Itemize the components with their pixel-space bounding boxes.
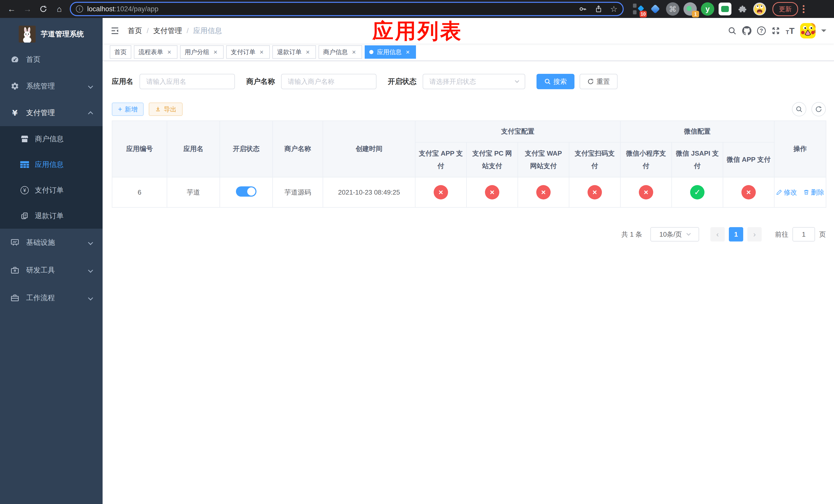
app-logo: 芋道管理系统 bbox=[0, 18, 103, 46]
fullscreen-icon[interactable] bbox=[771, 26, 780, 35]
tab-merchant-info[interactable]: 商户信息× bbox=[319, 45, 362, 59]
cell-wechat-jsapi-status: ✓ bbox=[672, 177, 723, 207]
close-icon[interactable]: × bbox=[304, 49, 311, 55]
document-copy-icon bbox=[20, 212, 29, 220]
close-icon[interactable]: × bbox=[212, 49, 219, 55]
merchant-name-label: 商户名称 bbox=[246, 77, 275, 86]
tab-app-info[interactable]: 应用信息× bbox=[365, 45, 416, 59]
toolbox-icon bbox=[10, 266, 20, 275]
breadcrumb-home[interactable]: 首页 bbox=[128, 26, 142, 36]
help-icon[interactable]: ? bbox=[757, 26, 766, 35]
password-key-icon[interactable] bbox=[579, 5, 587, 13]
avatar[interactable] bbox=[800, 23, 815, 39]
goto-page-input[interactable] bbox=[792, 227, 815, 242]
close-icon[interactable]: × bbox=[166, 49, 173, 55]
profile-emoji-icon[interactable] bbox=[753, 2, 766, 16]
merchant-name-input[interactable] bbox=[281, 74, 376, 89]
sidebar-item-app-info[interactable]: 应用信息 bbox=[0, 152, 103, 177]
app-name-input[interactable] bbox=[139, 74, 235, 89]
cell-alipay-qr-status: × bbox=[569, 177, 620, 207]
bookmark-star-icon[interactable]: ☆ bbox=[610, 5, 618, 13]
tab-home[interactable]: 首页 bbox=[110, 45, 131, 59]
site-info-icon[interactable]: i bbox=[76, 5, 83, 13]
page-size-select[interactable]: 10条/页 bbox=[650, 227, 699, 242]
cell-merchant: 芋道源码 bbox=[272, 177, 323, 207]
close-icon[interactable]: × bbox=[350, 49, 357, 55]
back-icon[interactable]: ← bbox=[4, 2, 19, 17]
sidebar: 芋道管理系统 首页 系统管理 ¥ 支付管理 bbox=[0, 18, 103, 504]
breadcrumb-payment[interactable]: 支付管理 bbox=[153, 26, 182, 36]
extension-command-icon[interactable]: ⌘ bbox=[666, 2, 680, 16]
extensions-puzzle-icon[interactable] bbox=[736, 2, 749, 16]
sidebar-item-payment[interactable]: ¥ 支付管理 bbox=[0, 99, 103, 126]
sidebar-item-system[interactable]: 系统管理 bbox=[0, 73, 103, 99]
trash-icon bbox=[803, 189, 809, 196]
search-button[interactable]: 搜索 bbox=[536, 74, 574, 89]
page-1-button[interactable]: 1 bbox=[729, 227, 743, 242]
extension-record-icon[interactable]: 1 bbox=[683, 2, 697, 16]
cell-actions: 修改 删除 bbox=[774, 177, 826, 207]
forward-icon[interactable]: → bbox=[20, 2, 35, 17]
font-size-icon[interactable]: TT bbox=[786, 26, 794, 35]
sidebar-item-home[interactable]: 首页 bbox=[0, 46, 103, 73]
tab-refund-orders[interactable]: 退款订单× bbox=[272, 45, 316, 59]
status-label: 开启状态 bbox=[388, 77, 416, 86]
extension-badge: 10 bbox=[640, 11, 647, 18]
close-icon[interactable]: × bbox=[258, 49, 265, 55]
sidebar-item-workflow[interactable]: 工作流程 bbox=[0, 284, 103, 312]
breadcrumb-current: 应用信息 bbox=[193, 26, 222, 36]
tab-process-form[interactable]: 流程表单× bbox=[134, 45, 177, 59]
cell-alipay-wap-status: × bbox=[518, 177, 569, 207]
tab-pay-orders[interactable]: 支付订单× bbox=[226, 45, 270, 59]
breadcrumb: 首页 / 支付管理 / 应用信息 bbox=[128, 26, 222, 36]
caret-down-icon[interactable] bbox=[821, 29, 826, 35]
extension-diamond-icon[interactable]: 10 bbox=[631, 2, 645, 16]
sidebar-item-merchant-info[interactable]: 商户信息 bbox=[0, 126, 103, 152]
edit-link[interactable]: 修改 bbox=[776, 188, 797, 197]
sidebar-item-infrastructure[interactable]: 基础设施 bbox=[0, 229, 103, 256]
cell-alipay-app-status: × bbox=[415, 177, 466, 207]
sidebar-fold-icon[interactable] bbox=[110, 27, 119, 35]
delete-link[interactable]: 删除 bbox=[803, 188, 824, 197]
header-search-icon[interactable] bbox=[728, 26, 737, 35]
extension-y-icon[interactable]: y bbox=[701, 2, 715, 16]
next-page-button[interactable]: › bbox=[747, 227, 762, 242]
status-select[interactable]: 请选择开启状态 bbox=[423, 74, 525, 89]
table-toolbar: + 新增 导出 bbox=[112, 102, 826, 116]
github-icon[interactable] bbox=[742, 26, 751, 36]
tab-user-group[interactable]: 用户分组× bbox=[180, 45, 224, 59]
sidebar-item-dev-tools[interactable]: 研发工具 bbox=[0, 256, 103, 284]
reset-button[interactable]: 重置 bbox=[579, 74, 618, 89]
chevron-up-icon bbox=[88, 111, 93, 116]
prev-page-button[interactable]: ‹ bbox=[710, 227, 725, 242]
sidebar-item-pay-orders[interactable]: ¥ 支付订单 bbox=[0, 177, 103, 203]
close-icon[interactable]: × bbox=[404, 49, 411, 55]
share-icon[interactable] bbox=[595, 5, 602, 13]
sidebar-item-refund-orders[interactable]: 退款订单 bbox=[0, 203, 103, 229]
col-status: 开启状态 bbox=[220, 121, 272, 177]
status-toggle[interactable] bbox=[236, 186, 257, 197]
home-icon[interactable]: ⌂ bbox=[52, 2, 67, 17]
extension-gem-icon[interactable] bbox=[648, 2, 662, 16]
toggle-search-button[interactable] bbox=[792, 102, 806, 116]
col-merchant: 商户名称 bbox=[272, 121, 323, 177]
col-group-wechat: 微信配置 bbox=[620, 121, 774, 142]
export-button[interactable]: 导出 bbox=[149, 102, 182, 116]
refresh-button[interactable] bbox=[811, 102, 826, 116]
extensions-row: 10 ⌘ 1 y bbox=[631, 2, 766, 16]
pagination-total: 共 1 条 bbox=[621, 230, 642, 239]
dashboard-icon bbox=[10, 55, 20, 64]
browser-update-button[interactable]: 更新 bbox=[772, 2, 798, 16]
add-button[interactable]: + 新增 bbox=[112, 102, 144, 116]
cell-app-name: 芋道 bbox=[167, 177, 220, 207]
cell-created: 2021-10-23 08:49:25 bbox=[323, 177, 415, 207]
reload-icon[interactable] bbox=[36, 2, 51, 17]
browser-menu-icon[interactable] bbox=[803, 5, 805, 13]
col-group-alipay: 支付宝配置 bbox=[415, 121, 620, 142]
url-bar[interactable]: i localhost:1024/pay/app ☆ bbox=[70, 2, 624, 16]
status-cross-icon: × bbox=[485, 185, 499, 200]
col-actions: 操作 bbox=[774, 121, 826, 177]
status-cross-icon: × bbox=[536, 185, 551, 200]
extension-chat-icon[interactable] bbox=[718, 2, 732, 16]
yen-circle-icon: ¥ bbox=[20, 186, 29, 194]
